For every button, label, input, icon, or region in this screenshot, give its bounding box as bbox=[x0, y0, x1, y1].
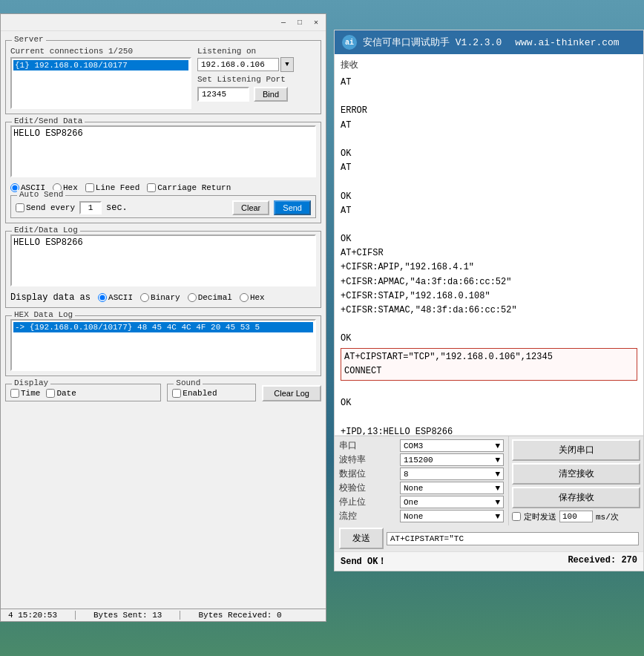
display-binary-radio[interactable] bbox=[140, 293, 149, 302]
connections-row: Current connections 1/250 {1} 192.168.0.… bbox=[10, 47, 316, 109]
hex-log-item: -> {192.168.0.108/10177} 48 45 4C 4C 4F … bbox=[13, 322, 313, 332]
line-feed-label[interactable]: Line Feed bbox=[85, 183, 139, 192]
stop-label: 停止位 bbox=[339, 496, 398, 508]
blank6 bbox=[341, 382, 637, 396]
settings-grid: 串口 COM3 ▼ 波特率 115200 ▼ 数据位 8 ▼ 校 bbox=[335, 436, 508, 525]
baud-dropdown[interactable]: 115200 ▼ bbox=[400, 453, 504, 466]
edit-send-group: Edit/Send Data HELLO ESP8266 ASCII Hex L… bbox=[5, 122, 321, 223]
data-log-group: Edit/Data Log HELLO ESP8266 Display data… bbox=[5, 231, 321, 308]
at-line1: AT bbox=[341, 76, 637, 90]
display-radio-row: Display data as ASCII Binary Decimal Hex bbox=[10, 292, 316, 303]
timing-unit: ms/次 bbox=[596, 511, 619, 522]
listening-dropdown-row: 192.168.0.106 ▼ bbox=[197, 57, 316, 72]
connection-item[interactable]: {1} 192.168.0.108/10177 bbox=[13, 60, 188, 70]
stop-dropdown[interactable]: One ▼ bbox=[400, 496, 504, 508]
blank4 bbox=[341, 218, 637, 232]
hex-log-label: HEX Data Log bbox=[12, 310, 75, 319]
interval-input[interactable] bbox=[79, 201, 102, 214]
time-label[interactable]: Time bbox=[10, 389, 40, 398]
receive-section: 接收 AT ERROR AT OK AT OK AT OK AT+CIFSR +… bbox=[335, 54, 643, 436]
display-ascii-label[interactable]: ASCII bbox=[98, 293, 133, 302]
send-row: 发送 bbox=[335, 525, 643, 551]
carriage-return-checkbox[interactable] bbox=[147, 183, 156, 192]
display-group-label: Display bbox=[12, 378, 50, 387]
send-every-label[interactable]: Send every bbox=[16, 203, 75, 212]
received-status: Received: 270 bbox=[568, 555, 637, 568]
timing-checkbox[interactable] bbox=[512, 512, 521, 521]
send-bottom-btn[interactable]: 发送 bbox=[339, 528, 384, 549]
send-btn[interactable]: Send bbox=[274, 200, 311, 215]
blank5 bbox=[341, 318, 637, 332]
connections-listbox[interactable]: {1} 192.168.0.108/10177 bbox=[10, 57, 191, 109]
conn-right: Listening on 192.168.0.106 ▼ Set Listeni… bbox=[197, 47, 316, 102]
port-input[interactable] bbox=[197, 87, 249, 102]
databits-dropdown-arrow: ▼ bbox=[495, 470, 500, 479]
sound-enabled-label[interactable]: Enabled bbox=[172, 389, 251, 398]
status-row: Send OK！ Received: 270 bbox=[335, 551, 643, 571]
send-every-checkbox[interactable] bbox=[16, 203, 24, 212]
bottom-controls: Display Time Date Sound bbox=[5, 384, 321, 401]
flow-dropdown[interactable]: None ▼ bbox=[400, 510, 504, 522]
send-input[interactable] bbox=[387, 532, 639, 545]
date-checkbox[interactable] bbox=[46, 389, 55, 398]
display-decimal-radio[interactable] bbox=[188, 293, 197, 302]
cipstart-highlight: AT+CIPSTART="TCP","192.168.0.106",12345 … bbox=[341, 348, 637, 381]
sound-enabled-checkbox[interactable] bbox=[172, 389, 181, 398]
send-textarea[interactable]: HELLO ESP8266 bbox=[10, 125, 316, 177]
right-window: ai 安信可串口调试助手 V1.2.3.0 www.ai-thinker.com… bbox=[334, 30, 644, 571]
listening-dropdown[interactable]: 192.168.0.106 bbox=[197, 58, 279, 71]
time-checkbox[interactable] bbox=[10, 389, 19, 398]
display-hex-radio[interactable] bbox=[240, 293, 249, 302]
clear-receive-btn[interactable]: 清空接收 bbox=[512, 463, 640, 485]
display-binary-label[interactable]: Binary bbox=[140, 293, 180, 302]
auto-send-group: Auto Send Send every sec. Clear Send bbox=[10, 195, 316, 218]
port-label: Set Listening Port bbox=[197, 75, 316, 84]
ok-line3: OK bbox=[341, 232, 637, 246]
timing-input[interactable] bbox=[559, 511, 593, 522]
ok-line4: OK bbox=[341, 332, 637, 346]
stop-dropdown-arrow: ▼ bbox=[495, 498, 500, 507]
statusbar: 4 15:20:53 Bytes Sent: 13 Bytes Received… bbox=[1, 609, 326, 621]
display-ascii-radio[interactable] bbox=[98, 293, 107, 302]
connect-line: CONNECT bbox=[344, 364, 634, 378]
hex-log-area[interactable]: -> {192.168.0.108/10177} 48 45 4C 4C 4F … bbox=[10, 319, 316, 371]
display-decimal-label[interactable]: Decimal bbox=[188, 293, 232, 302]
port-row: Bind bbox=[197, 87, 316, 102]
bottom-panel: 串口 COM3 ▼ 波特率 115200 ▼ 数据位 8 ▼ 校 bbox=[335, 436, 643, 571]
clear-log-btn[interactable]: Clear Log bbox=[262, 385, 321, 401]
display-hex-label[interactable]: Hex bbox=[240, 293, 265, 302]
minimize-btn[interactable]: — bbox=[278, 17, 289, 27]
check-dropdown[interactable]: None ▼ bbox=[400, 482, 504, 494]
maximize-btn[interactable]: □ bbox=[295, 17, 305, 27]
display-options: Time Date bbox=[10, 389, 156, 398]
edit-send-label: Edit/Send Data bbox=[12, 117, 85, 125]
auto-send-label: Auto Send bbox=[17, 190, 65, 199]
right-title: 安信可串口调试助手 V1.2.3.0 bbox=[363, 36, 502, 49]
at-line2: AT bbox=[341, 119, 637, 133]
port-label: 串口 bbox=[339, 439, 398, 452]
close-btn[interactable]: ✕ bbox=[311, 17, 321, 27]
clear-btn[interactable]: Clear bbox=[232, 200, 269, 215]
bytes-sent-status: Bytes Sent: 13 bbox=[91, 611, 165, 620]
window-titlebar: — □ ✕ bbox=[1, 14, 326, 31]
blank7 bbox=[341, 410, 637, 424]
log-textarea[interactable]: HELLO ESP8266 bbox=[10, 234, 316, 286]
listening-dropdown-arrow[interactable]: ▼ bbox=[280, 57, 294, 72]
sec-label: sec. bbox=[106, 203, 128, 213]
date-label[interactable]: Date bbox=[46, 389, 76, 398]
ok-line5: OK bbox=[341, 396, 637, 410]
ok-line1: OK bbox=[341, 147, 637, 161]
ipd-line: +IPD,13:HELLO ESP8266 bbox=[341, 425, 637, 436]
port-dropdown[interactable]: COM3 ▼ bbox=[400, 439, 504, 452]
bind-btn[interactable]: Bind bbox=[254, 87, 288, 102]
databits-dropdown[interactable]: 8 ▼ bbox=[400, 468, 504, 480]
close-port-btn[interactable]: 关闭串口 bbox=[512, 439, 640, 461]
line-feed-checkbox[interactable] bbox=[85, 183, 94, 192]
save-receive-btn[interactable]: 保存接收 bbox=[512, 487, 640, 508]
connections-label: Current connections 1/250 bbox=[10, 47, 191, 56]
statusbar-divider2 bbox=[180, 611, 180, 620]
carriage-return-label[interactable]: Carriage Return bbox=[147, 183, 231, 192]
cifsr-apip: +CIFSR:APIP,"192.168.4.1" bbox=[341, 260, 637, 275]
listening-label: Listening on bbox=[197, 47, 316, 56]
baud-dropdown-arrow: ▼ bbox=[495, 456, 500, 465]
